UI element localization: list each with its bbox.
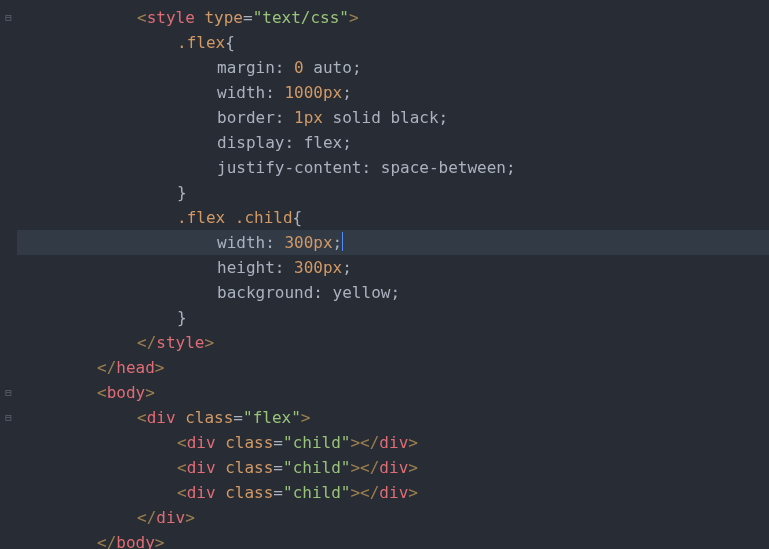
code-token: class bbox=[185, 408, 233, 427]
code-token: < bbox=[97, 533, 107, 549]
code-token: div bbox=[379, 458, 408, 477]
code-token: = bbox=[273, 458, 283, 477]
code-line[interactable]: </head> bbox=[17, 355, 769, 380]
code-token: : bbox=[275, 258, 294, 277]
code-line[interactable]: .flex{ bbox=[17, 30, 769, 55]
code-line[interactable]: <div class="flex"> bbox=[17, 405, 769, 430]
code-token: ; bbox=[439, 108, 449, 127]
code-token: class bbox=[225, 483, 273, 502]
code-token: auto bbox=[313, 58, 352, 77]
fold-toggle-icon[interactable]: ⊟ bbox=[3, 12, 14, 23]
code-line[interactable]: display: flex; bbox=[17, 130, 769, 155]
code-token: / bbox=[370, 458, 380, 477]
code-token: : bbox=[313, 283, 332, 302]
code-token: width bbox=[217, 233, 265, 252]
code-token: ; bbox=[352, 58, 362, 77]
current-line-highlight bbox=[17, 230, 769, 255]
code-token: .flex bbox=[177, 33, 225, 52]
fold-toggle-icon[interactable]: ⊟ bbox=[3, 412, 14, 423]
code-line[interactable]: </style> bbox=[17, 330, 769, 355]
code-line[interactable]: <div class="child"></div> bbox=[17, 430, 769, 455]
code-area[interactable]: <style type="text/css">.flex{margin: 0 a… bbox=[17, 0, 769, 549]
text-caret bbox=[342, 232, 343, 251]
code-token: 1000px bbox=[284, 83, 342, 102]
code-token: } bbox=[177, 308, 187, 327]
code-token: > bbox=[185, 508, 195, 527]
code-token bbox=[195, 8, 205, 27]
code-line[interactable]: } bbox=[17, 180, 769, 205]
code-line[interactable]: </body> bbox=[17, 530, 769, 549]
code-token: ; bbox=[342, 133, 352, 152]
code-token: = bbox=[243, 8, 253, 27]
code-token: style bbox=[147, 8, 195, 27]
code-token: div bbox=[156, 508, 185, 527]
code-line[interactable]: <div class="child"></div> bbox=[17, 455, 769, 480]
code-token: } bbox=[177, 183, 187, 202]
code-token: 300px bbox=[294, 258, 342, 277]
code-line[interactable]: border: 1px solid black; bbox=[17, 105, 769, 130]
code-line[interactable]: width: 1000px; bbox=[17, 80, 769, 105]
code-token: < bbox=[177, 483, 187, 502]
code-token: div bbox=[187, 433, 216, 452]
code-token: ; bbox=[342, 258, 352, 277]
code-token: ; bbox=[333, 233, 343, 252]
code-line[interactable]: </div> bbox=[17, 505, 769, 530]
code-line[interactable]: justify-content: space-between; bbox=[17, 155, 769, 180]
code-line[interactable]: background: yellow; bbox=[17, 280, 769, 305]
code-token: < bbox=[360, 483, 370, 502]
fold-toggle-icon[interactable]: ⊟ bbox=[3, 387, 14, 398]
code-token: justify-content bbox=[217, 158, 362, 177]
code-line[interactable]: } bbox=[17, 305, 769, 330]
code-token: : bbox=[275, 58, 294, 77]
code-token: { bbox=[293, 208, 303, 227]
code-token: / bbox=[370, 433, 380, 452]
code-token bbox=[225, 208, 235, 227]
code-token: > bbox=[350, 458, 360, 477]
code-token: class bbox=[225, 433, 273, 452]
code-token: < bbox=[177, 458, 187, 477]
code-token: "text/css" bbox=[253, 8, 349, 27]
code-token: > bbox=[350, 433, 360, 452]
code-token: / bbox=[370, 483, 380, 502]
code-token: margin bbox=[217, 58, 275, 77]
code-line[interactable]: height: 300px; bbox=[17, 255, 769, 280]
code-token: "child" bbox=[283, 458, 350, 477]
code-token: background bbox=[217, 283, 313, 302]
code-line[interactable]: margin: 0 auto; bbox=[17, 55, 769, 80]
code-line[interactable]: .flex .child{ bbox=[17, 205, 769, 230]
code-token: > bbox=[155, 533, 165, 549]
code-token: : bbox=[275, 108, 294, 127]
code-token: ; bbox=[342, 83, 352, 102]
code-token: style bbox=[156, 333, 204, 352]
code-token: > bbox=[155, 358, 165, 377]
fold-gutter[interactable]: ⊟⊟⊟ bbox=[0, 0, 17, 549]
code-token: > bbox=[349, 8, 359, 27]
code-token: = bbox=[233, 408, 243, 427]
code-token: : bbox=[362, 158, 381, 177]
code-editor[interactable]: ⊟⊟⊟ <style type="text/css">.flex{margin:… bbox=[0, 0, 769, 549]
code-token: flex bbox=[304, 133, 343, 152]
code-token: ; bbox=[506, 158, 516, 177]
code-token: : bbox=[284, 133, 303, 152]
code-token: 300px bbox=[284, 233, 332, 252]
code-token: < bbox=[137, 333, 147, 352]
code-token: 0 bbox=[294, 58, 304, 77]
code-line[interactable]: <style type="text/css"> bbox=[17, 5, 769, 30]
code-token: "child" bbox=[283, 483, 350, 502]
code-token: < bbox=[97, 383, 107, 402]
code-token: solid black bbox=[323, 108, 439, 127]
code-line[interactable]: <body> bbox=[17, 380, 769, 405]
code-token: / bbox=[107, 533, 117, 549]
code-token: > bbox=[408, 433, 418, 452]
code-token: border bbox=[217, 108, 275, 127]
code-token: div bbox=[187, 483, 216, 502]
code-token: : bbox=[265, 83, 284, 102]
code-line[interactable]: <div class="child"></div> bbox=[17, 480, 769, 505]
code-token: / bbox=[107, 358, 117, 377]
code-token: { bbox=[225, 33, 235, 52]
code-token: > bbox=[204, 333, 214, 352]
code-token: = bbox=[273, 483, 283, 502]
code-token: < bbox=[360, 433, 370, 452]
code-token: < bbox=[137, 508, 147, 527]
code-token: < bbox=[360, 458, 370, 477]
